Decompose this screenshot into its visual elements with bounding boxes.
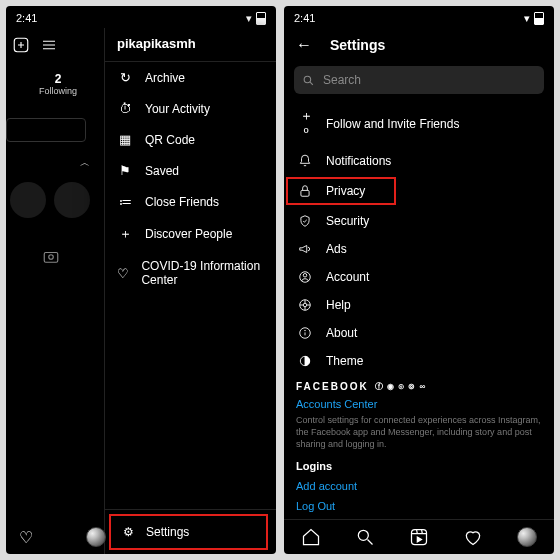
facebook-brand: FACEBOOK ⓕ ◉ ⊙ ⊚ ∞	[296, 381, 542, 392]
following-num: 2	[12, 72, 104, 86]
settings-label: Privacy	[326, 184, 365, 198]
bottom-nav	[284, 519, 554, 554]
search-icon	[302, 74, 315, 87]
bottom-nav: ♡	[6, 520, 276, 554]
settings-item-follow-invite[interactable]: ＋º Follow and Invite Friends	[286, 100, 552, 147]
screenshot-left-profile-menu: 2:41 ▾ 2 Following ︿	[6, 6, 276, 554]
following-count[interactable]: 2 Following	[6, 72, 104, 96]
svg-line-28	[417, 530, 418, 534]
menu-label: Discover People	[145, 227, 232, 241]
settings-label: Ads	[326, 242, 347, 256]
settings-item-ads[interactable]: Ads	[286, 235, 552, 263]
tagged-tab-icon[interactable]	[42, 248, 68, 266]
menu-item-covid-info[interactable]: ♡ COVID-19 Information Center	[105, 251, 276, 295]
wifi-icon: ▾	[246, 12, 252, 25]
menu-label: COVID-19 Information Center	[141, 259, 264, 287]
theme-icon	[298, 354, 314, 368]
hamburger-icon[interactable]	[40, 36, 58, 54]
chevron-up-icon[interactable]: ︿	[80, 156, 104, 170]
menu-item-your-activity[interactable]: ⏱ Your Activity	[105, 93, 276, 124]
svg-point-8	[304, 76, 311, 83]
menu-label: QR Code	[145, 133, 195, 147]
covid-icon: ♡	[117, 266, 129, 281]
logins-section-title: Logins	[284, 454, 554, 474]
settings-label: Theme	[326, 354, 363, 368]
svg-point-13	[303, 274, 307, 278]
svg-line-25	[368, 540, 373, 545]
settings-header: ← Settings	[284, 28, 554, 62]
search-placeholder: Search	[323, 73, 361, 87]
status-icons: ▾	[246, 12, 266, 25]
svg-point-7	[49, 255, 54, 260]
accounts-center-desc: Control settings for connected experienc…	[284, 412, 554, 454]
account-icon	[298, 270, 314, 284]
wifi-icon: ▾	[524, 12, 530, 25]
story-circle[interactable]	[10, 182, 46, 218]
status-time: 2:41	[294, 12, 315, 24]
settings-item-account[interactable]: Account	[286, 263, 552, 291]
battery-icon	[534, 12, 544, 25]
svg-point-22	[305, 330, 306, 331]
activity-heart-icon[interactable]: ♡	[16, 528, 36, 547]
create-icon[interactable]	[12, 36, 30, 54]
menu-username[interactable]: pikapikasmh	[105, 28, 276, 62]
status-icons: ▾	[524, 12, 544, 25]
lock-icon	[298, 184, 314, 198]
megaphone-icon	[298, 242, 314, 256]
header-title: Settings	[330, 37, 385, 53]
menu-item-archive[interactable]: ↻ Archive	[105, 62, 276, 93]
settings-label: Follow and Invite Friends	[326, 117, 459, 131]
settings-item-about[interactable]: About	[286, 319, 552, 347]
menu-item-saved[interactable]: ⚑ Saved	[105, 155, 276, 186]
activity-icon: ⏱	[117, 101, 133, 116]
menu-item-qr-code[interactable]: ▦ QR Code	[105, 124, 276, 155]
heart-icon[interactable]	[463, 527, 483, 547]
svg-rect-26	[412, 530, 427, 545]
qr-icon: ▦	[117, 132, 133, 147]
settings-item-theme[interactable]: Theme	[286, 347, 552, 375]
search-nav-icon[interactable]	[355, 527, 375, 547]
svg-line-29	[422, 530, 423, 534]
status-bar: 2:41 ▾	[284, 6, 554, 28]
svg-rect-6	[44, 253, 58, 263]
log-out-link[interactable]: Log Out	[284, 494, 554, 514]
profile-avatar-icon[interactable]	[517, 527, 537, 547]
accounts-center-link[interactable]: Accounts Center	[284, 392, 554, 412]
status-bar: 2:41 ▾	[6, 6, 276, 28]
home-icon[interactable]	[301, 527, 321, 547]
profile-background: 2 Following ︿	[6, 28, 104, 554]
reels-icon[interactable]	[409, 527, 429, 547]
profile-avatar-icon[interactable]	[86, 527, 106, 547]
close-friends-icon: ≔	[117, 194, 133, 209]
settings-item-security[interactable]: Security	[286, 207, 552, 235]
settings-item-help[interactable]: Help	[286, 291, 552, 319]
follow-icon: ＋º	[298, 107, 314, 140]
svg-point-24	[358, 530, 368, 540]
menu-label: Saved	[145, 164, 179, 178]
settings-label: Security	[326, 214, 369, 228]
add-account-link[interactable]: Add account	[284, 474, 554, 494]
menu-item-discover-people[interactable]: ＋ Discover People	[105, 217, 276, 251]
settings-label: Account	[326, 270, 369, 284]
archive-icon: ↻	[117, 70, 133, 85]
info-icon	[298, 326, 314, 340]
settings-item-privacy[interactable]: Privacy	[286, 177, 396, 205]
back-arrow-icon[interactable]: ←	[296, 36, 312, 54]
edit-profile-pill[interactable]	[6, 118, 86, 142]
bell-icon	[298, 154, 314, 168]
menu-item-close-friends[interactable]: ≔ Close Friends	[105, 186, 276, 217]
following-label: Following	[12, 86, 104, 96]
battery-icon	[256, 12, 266, 25]
profile-side-menu: pikapikasmh ↻ Archive ⏱ Your Activity ▦ …	[104, 28, 276, 554]
menu-label: Archive	[145, 71, 185, 85]
story-circle[interactable]	[54, 182, 90, 218]
menu-label: Close Friends	[145, 195, 219, 209]
svg-line-9	[310, 82, 313, 85]
saved-icon: ⚑	[117, 163, 133, 178]
settings-label: Help	[326, 298, 351, 312]
search-input[interactable]: Search	[294, 66, 544, 94]
shield-icon	[298, 214, 314, 228]
help-icon	[298, 298, 314, 312]
settings-item-notifications[interactable]: Notifications	[286, 147, 552, 175]
screenshot-right-settings: 2:41 ▾ ← Settings Search ＋º Follow and I…	[284, 6, 554, 554]
